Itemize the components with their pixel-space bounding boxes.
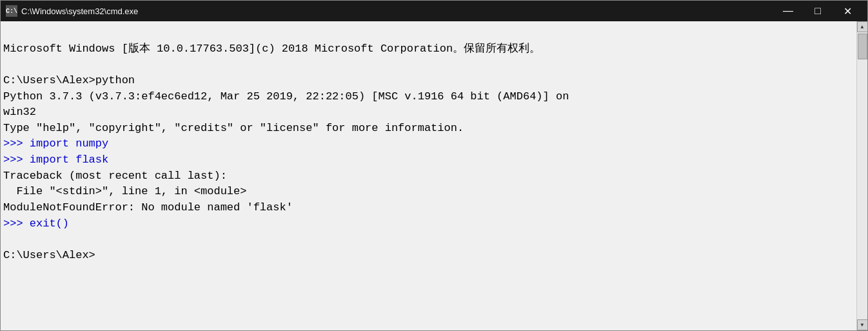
console-line-8: >>> import flask [3, 154, 108, 166]
console-line-4: Python 3.7.3 (v3.7.3:ef4ec6ed12, Mar 25 … [3, 90, 569, 103]
restore-button[interactable]: □ [803, 1, 833, 21]
console-line-9: Traceback (most recent call last): [3, 170, 227, 182]
console-line-7: >>> import numpy [3, 137, 108, 150]
scroll-thumb[interactable] [858, 34, 867, 59]
scroll-up-button[interactable]: ▲ [857, 21, 868, 32]
console-line-5: win32 [3, 106, 36, 118]
window-title: C:\Windows\system32\cmd.exe [21, 6, 773, 16]
scroll-track[interactable] [857, 32, 868, 319]
console-area: Microsoft Windows [版本 10.0.17763.503](c)… [1, 21, 867, 330]
scroll-down-button[interactable]: ▼ [857, 319, 868, 330]
vertical-scrollbar[interactable]: ▲ ▼ [856, 21, 867, 330]
console-line-11: ModuleNotFoundError: No module named 'fl… [3, 201, 293, 214]
console-line-6: Type "help", "copyright", "credits" or "… [3, 122, 464, 134]
console-line-1: Microsoft Windows [版本 10.0.17763.503](c)… [3, 43, 540, 55]
window-icon: C:\ [6, 5, 17, 17]
console-line-12: >>> exit() [3, 217, 69, 230]
close-button[interactable]: ✕ [833, 1, 862, 21]
minimize-button[interactable]: — [773, 1, 803, 21]
console-line-3: C:\Users\Alex>python [3, 74, 135, 86]
console-line-14: C:\Users\Alex> [3, 249, 95, 261]
console-line-10: File "<stdin>", line 1, in <module> [3, 185, 246, 197]
cmd-window: C:\ C:\Windows\system32\cmd.exe — □ ✕ Mi… [0, 0, 868, 331]
title-bar: C:\ C:\Windows\system32\cmd.exe — □ ✕ [1, 1, 867, 21]
console-output[interactable]: Microsoft Windows [版本 10.0.17763.503](c)… [1, 21, 856, 330]
window-controls: — □ ✕ [773, 1, 862, 21]
